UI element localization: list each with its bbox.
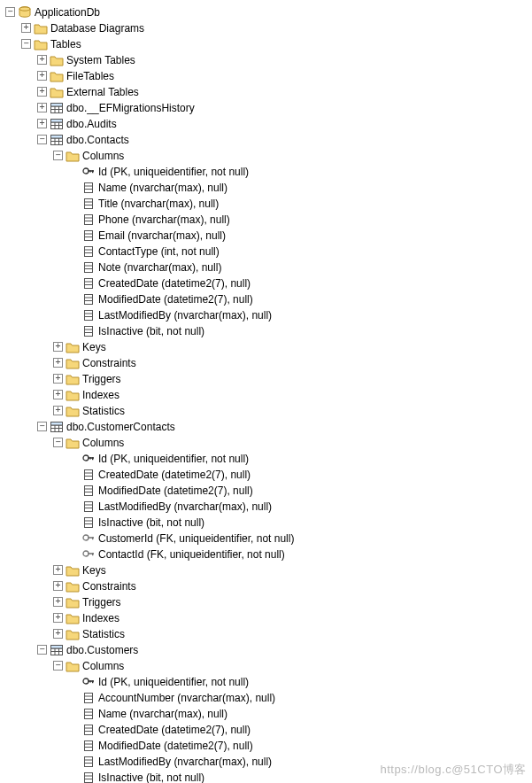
folder-cc-constraints[interactable]: +Constraints xyxy=(0,578,532,593)
expand-toggle-icon[interactable]: + xyxy=(21,23,31,33)
db-applicationdb[interactable]: −ApplicationDb xyxy=(0,4,532,19)
collapse-toggle-icon[interactable]: − xyxy=(53,151,63,160)
folder-icon xyxy=(66,611,80,625)
collapse-toggle-icon[interactable]: − xyxy=(37,422,47,431)
expand-toggle-icon[interactable]: + xyxy=(53,390,63,399)
folder-contacts-indexes[interactable]: +Indexes xyxy=(0,386,532,402)
folder-cc-indexes[interactable]: +Indexes xyxy=(0,609,532,625)
table-customercontacts[interactable]: −dbo.CustomerContacts xyxy=(0,418,532,434)
col-cust-modifieddate[interactable]: ModifiedDate (datetime2(7), null) xyxy=(0,737,532,753)
folder-contacts-statistics[interactable]: +Statistics xyxy=(0,402,532,418)
folder-contacts-constraints-label: Constraints xyxy=(82,357,136,369)
expand-toggle-icon[interactable]: + xyxy=(53,581,63,591)
col-cust-lastmodifiedby[interactable]: LastModifiedBy (nvarchar(max), null) xyxy=(0,753,532,769)
expand-toggle-icon[interactable]: + xyxy=(53,406,63,415)
folder-icon xyxy=(66,579,80,593)
column-icon xyxy=(81,276,96,291)
collapse-toggle-icon[interactable]: − xyxy=(53,438,63,447)
expand-toggle-icon[interactable]: + xyxy=(53,374,63,384)
expand-toggle-icon[interactable]: + xyxy=(53,613,63,623)
column-icon xyxy=(81,468,96,482)
column-icon xyxy=(81,755,96,769)
folder-cust-columns[interactable]: −Columns xyxy=(0,657,532,673)
expand-toggle-icon[interactable]: + xyxy=(37,103,47,112)
col-contacts-modifieddate[interactable]: ModifiedDate (datetime2(7), null) xyxy=(0,291,532,306)
foreign-key-icon xyxy=(81,531,96,546)
svg-rect-104 xyxy=(85,756,93,766)
col-cust-isinactive[interactable]: IsInactive (bit, not null) xyxy=(0,769,532,783)
expand-toggle-icon[interactable]: + xyxy=(37,55,47,65)
folder-external-tables[interactable]: +External Tables xyxy=(0,83,532,99)
folder-contacts-constraints[interactable]: +Constraints xyxy=(0,354,532,370)
col-contacts-email[interactable]: Email (nvarchar(max), null) xyxy=(0,227,532,243)
expand-toggle-icon[interactable]: + xyxy=(53,342,63,352)
table-audits[interactable]: +dbo.Audits xyxy=(0,115,532,131)
col-contacts-isinactive[interactable]: IsInactive (bit, not null) xyxy=(0,322,532,338)
table-contacts[interactable]: −dbo.Contacts xyxy=(0,131,532,147)
column-icon xyxy=(81,324,96,338)
col-cc-contactid[interactable]: ContactId (FK, uniqueidentifier, not nul… xyxy=(0,546,532,562)
col-contacts-phone[interactable]: Phone (nvarchar(max), null) xyxy=(0,211,532,227)
col-cc-id-label: Id (PK, uniqueidentifier, not null) xyxy=(98,453,249,465)
col-cc-lastmodifiedby[interactable]: LastModifiedBy (nvarchar(max), null) xyxy=(0,498,532,514)
folder-icon xyxy=(50,85,64,99)
collapse-toggle-icon[interactable]: − xyxy=(53,661,63,671)
svg-rect-67 xyxy=(85,485,93,495)
folder-icon xyxy=(34,21,48,35)
expand-toggle-icon[interactable]: + xyxy=(37,87,47,97)
expand-toggle-icon[interactable]: + xyxy=(53,358,63,368)
col-cust-createddate[interactable]: CreatedDate (datetime2(7), null) xyxy=(0,721,532,737)
col-cust-id-label: Id (PK, uniqueidentifier, not null) xyxy=(98,676,249,688)
collapse-toggle-icon[interactable]: − xyxy=(37,135,47,144)
table-efmigrationshistory[interactable]: +dbo.__EFMigrationsHistory xyxy=(0,99,532,115)
expand-toggle-icon[interactable]: + xyxy=(37,119,47,128)
expand-toggle-icon[interactable]: + xyxy=(37,71,47,81)
expand-toggle-icon[interactable]: + xyxy=(53,629,63,639)
col-cust-name[interactable]: Name (nvarchar(max), null) xyxy=(0,705,532,721)
folder-file-tables-label: FileTables xyxy=(66,70,114,82)
folder-tables[interactable]: −Tables xyxy=(0,35,532,51)
folder-contacts-triggers[interactable]: +Triggers xyxy=(0,370,532,386)
col-contacts-email-label: Email (nvarchar(max), null) xyxy=(98,229,226,242)
expand-toggle-icon[interactable]: + xyxy=(53,565,63,575)
folder-cc-triggers[interactable]: +Triggers xyxy=(0,593,532,609)
col-contacts-contacttype[interactable]: ContactType (int, not null) xyxy=(0,243,532,259)
object-explorer-tree[interactable]: −ApplicationDb+Database Diagrams−Tables+… xyxy=(0,4,532,783)
col-cc-createddate[interactable]: CreatedDate (datetime2(7), null) xyxy=(0,466,532,482)
folder-contacts-columns[interactable]: −Columns xyxy=(0,147,532,163)
col-cust-id[interactable]: Id (PK, uniqueidentifier, not null) xyxy=(0,673,532,689)
svg-rect-92 xyxy=(85,693,93,702)
col-contacts-title[interactable]: Title (nvarchar(max), null) xyxy=(0,195,532,211)
folder-icon xyxy=(50,69,64,83)
collapse-toggle-icon[interactable]: − xyxy=(21,39,31,49)
svg-rect-27 xyxy=(85,198,93,208)
folder-cc-keys-label: Keys xyxy=(82,564,106,577)
folder-contacts-keys[interactable]: +Keys xyxy=(0,338,532,354)
svg-rect-19 xyxy=(51,135,63,138)
collapse-toggle-icon[interactable]: − xyxy=(5,7,15,17)
col-contacts-createddate[interactable]: CreatedDate (datetime2(7), null) xyxy=(0,275,532,291)
expand-toggle-icon[interactable]: + xyxy=(53,597,63,607)
col-cc-isinactive-label: IsInactive (bit, not null) xyxy=(98,516,204,529)
col-contacts-name[interactable]: Name (nvarchar(max), null) xyxy=(0,179,532,195)
folder-file-tables[interactable]: +FileTables xyxy=(0,67,532,83)
col-cc-customerid[interactable]: CustomerId (FK, uniqueidentifier, not nu… xyxy=(0,530,532,546)
folder-cc-statistics-label: Statistics xyxy=(82,628,125,640)
col-cc-modifieddate[interactable]: ModifiedDate (datetime2(7), null) xyxy=(0,482,532,498)
folder-cc-constraints-label: Constraints xyxy=(82,580,136,593)
folder-cc-statistics[interactable]: +Statistics xyxy=(0,625,532,641)
folder-cc-keys[interactable]: +Keys xyxy=(0,562,532,578)
col-cust-createddate-label: CreatedDate (datetime2(7), null) xyxy=(98,724,251,736)
folder-cc-columns[interactable]: −Columns xyxy=(0,434,532,450)
table-customers[interactable]: −dbo.Customers xyxy=(0,641,532,657)
folder-database-diagrams[interactable]: +Database Diagrams xyxy=(0,19,532,35)
col-cc-isinactive[interactable]: IsInactive (bit, not null) xyxy=(0,514,532,530)
col-cc-id[interactable]: Id (PK, uniqueidentifier, not null) xyxy=(0,450,532,466)
col-contacts-lastmodifiedby[interactable]: LastModifiedBy (nvarchar(max), null) xyxy=(0,306,532,322)
collapse-toggle-icon[interactable]: − xyxy=(37,645,47,655)
col-cust-name-label: Name (nvarchar(max), null) xyxy=(98,708,227,720)
col-contacts-note[interactable]: Note (nvarchar(max), null) xyxy=(0,259,532,275)
col-cust-accountnumber[interactable]: AccountNumber (nvarchar(max), null) xyxy=(0,689,532,705)
col-contacts-id[interactable]: Id (PK, uniqueidentifier, not null) xyxy=(0,163,532,179)
folder-system-tables[interactable]: +System Tables xyxy=(0,51,532,67)
